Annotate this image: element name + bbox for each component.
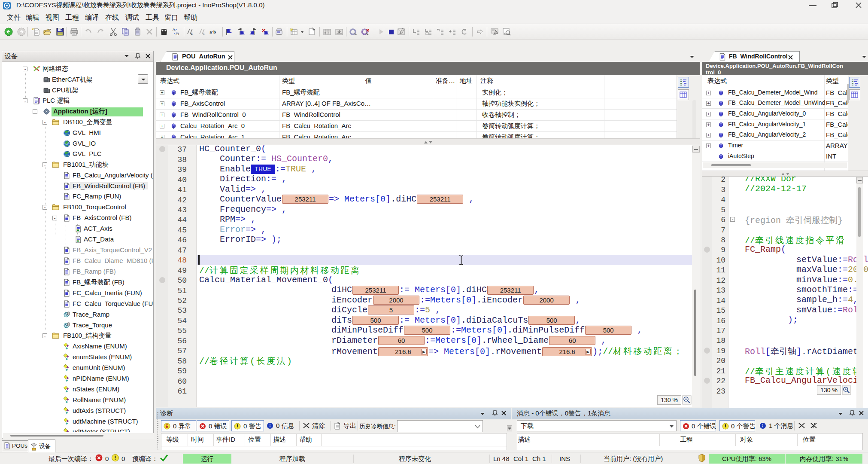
svg-text:c: c <box>191 31 193 36</box>
svg-text:B: B <box>176 32 179 36</box>
svg-text:A: A <box>173 27 175 32</box>
svg-text:E: E <box>166 424 169 429</box>
svg-text:a·b: a·b <box>209 29 216 34</box>
svg-text:c: c <box>203 31 205 36</box>
